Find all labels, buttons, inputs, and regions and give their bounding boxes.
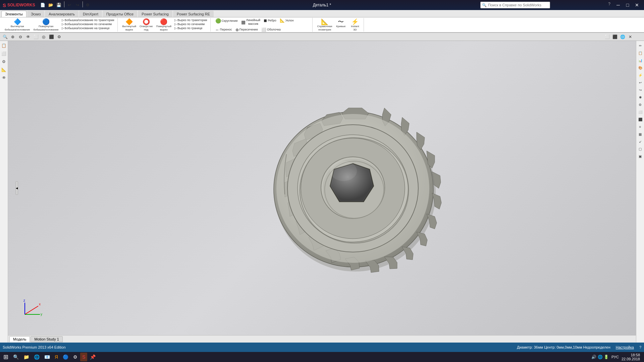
pin-btn[interactable]: 📌 [88, 353, 98, 361]
explorer-btn[interactable]: 📁 [21, 353, 31, 361]
new-file-btn[interactable]: 📄 [39, 1, 47, 9]
revolve-cut-btn[interactable]: 🔴 Повернутыйвырез [155, 18, 173, 32]
motion-study-tab[interactable]: Motion Study 1 [31, 336, 62, 342]
extrude-boss-btn[interactable]: 🔷 Вытянутаябобышка/основание [3, 18, 31, 32]
redo-btn[interactable]: ↪ [74, 1, 81, 9]
hole-wizard-btn[interactable]: ⭕ Отверстиеподкрепеж [138, 18, 154, 33]
loft-cut-icon: ▷ [174, 22, 177, 26]
view-orient-btn[interactable]: 👁 [24, 33, 32, 41]
open-btn[interactable]: 📂 [47, 1, 55, 9]
rs-bolt-icon[interactable]: ⚡ [637, 72, 644, 78]
draft-btn[interactable]: 📐 Уклон [278, 18, 295, 23]
ref-geometry-btn[interactable]: 📐 Справочнаягеометрия [316, 18, 334, 32]
rs-select-icon[interactable]: ✏ [637, 42, 644, 49]
search-taskbar-btn[interactable]: 🔍 [11, 353, 21, 361]
loft-cut-btn[interactable]: ▷ Вырез по сечениям [173, 22, 208, 26]
property-manager-icon[interactable]: ⬜ [1, 50, 7, 57]
tab-dimxpert[interactable]: DimXpert [79, 11, 102, 17]
svg-text:x: x [39, 302, 41, 306]
boundary-boss-icon: ▷ [62, 26, 64, 30]
tab-analyze[interactable]: Анализировать [45, 11, 78, 17]
viewport[interactable]: ◀ [8, 41, 636, 335]
loft-boss-btn[interactable]: ▷ Бобышка/основание по сечениям [61, 22, 115, 26]
mail-btn[interactable]: 📧 [42, 353, 52, 361]
view-settings-btn[interactable]: ⚙ [55, 33, 63, 41]
yandex-btn[interactable]: Я [53, 353, 60, 361]
restore-btn[interactable]: □ [623, 2, 632, 8]
search-area: 🔍 [480, 2, 550, 8]
tab-sketch[interactable]: Эскиз [27, 11, 44, 17]
date-display: 22.09.2018 [622, 357, 640, 361]
rs-clipboard-icon[interactable]: 📋 [637, 50, 644, 56]
draft-icon: 📐 [280, 18, 285, 22]
fillet-btn[interactable]: 🟢 Скругление [214, 18, 239, 24]
curves-icon: 〜 [338, 19, 344, 25]
right-sidebar: ✏ 📋 📊 🎨 ⚡ ↩ ↪ ✱ ⚙ ⬜ ⬛ ≡ ▦ ↙ ▢ ▣ [636, 41, 644, 343]
move-icon: ↔ [215, 28, 219, 32]
start-btn[interactable]: ⊞ [1, 353, 10, 361]
search-input[interactable] [488, 3, 548, 7]
model-tab[interactable]: Модель [9, 336, 30, 342]
display-style-btn[interactable]: ⬜ [32, 33, 40, 41]
sweep-cut-btn[interactable]: ▷ Вырез по траектории [173, 18, 208, 22]
settings-taskbar-icon: ⚙ [73, 354, 77, 360]
zoom-out-btn[interactable]: ⊖ [17, 33, 24, 41]
sidebar-collapse-handle[interactable]: ◀ [15, 181, 18, 195]
zoom-to-fit-btn[interactable]: 🔍 [1, 33, 9, 41]
curves-btn[interactable]: 〜 Кривые [334, 18, 347, 29]
boundary-boss-btn[interactable]: ▷ Бобышка/основание на границе [61, 26, 115, 30]
close-view-btn[interactable]: ✕ [627, 33, 634, 41]
extrude-cut-btn[interactable]: 🔶 Вытянутыйвырез [121, 18, 138, 32]
tab-power-surfacing-re[interactable]: Power Surfacing RE [173, 11, 214, 17]
lang-indicator[interactable]: РУС [611, 355, 619, 359]
rs-lines-icon[interactable]: ≡ [637, 123, 644, 130]
rs-asterisk-icon[interactable]: ✱ [637, 94, 644, 101]
dim-xpert-manager-icon[interactable]: 📐 [1, 66, 7, 73]
revolve-boss-btn[interactable]: 🔵 Повернутаябобышка/основание [32, 18, 60, 32]
undo-btn[interactable]: ↩ [66, 1, 73, 9]
rs-color-icon[interactable]: 🎨 [637, 64, 644, 71]
settings-taskbar-btn[interactable]: ⚙ [71, 353, 79, 361]
boundary-cut-btn[interactable]: ▷ Вырез по границе [173, 26, 208, 30]
linear-pattern-btn[interactable]: ▦ Линейныймассив [240, 18, 262, 26]
feature-manager-icon[interactable]: 📋 [1, 42, 7, 49]
move-btn[interactable]: ↔ Перенос [214, 27, 233, 32]
intersect-btn[interactable]: ⊕ Пересечение [234, 27, 259, 32]
rs-box1-icon[interactable]: ▢ [637, 145, 644, 152]
rs-gear-icon[interactable]: ⚙ [637, 101, 644, 108]
rs-redo-icon[interactable]: ↪ [637, 86, 644, 93]
tab-office[interactable]: Продукты Office [103, 11, 137, 17]
3d-view-btn[interactable]: 🌐 [619, 33, 626, 41]
sw-taskbar-btn[interactable]: S [80, 353, 87, 361]
rib-btn[interactable]: ◼ Ребро [262, 18, 278, 23]
tab-power-surfacing[interactable]: Power Surfacing [138, 11, 172, 17]
rebuild-btn[interactable]: ⚙ [84, 1, 92, 9]
close-btn[interactable]: ✕ [633, 2, 641, 8]
section-view-btn[interactable]: ⬛ [48, 33, 55, 41]
config-manager-icon[interactable]: ⚙ [1, 58, 7, 65]
rs-arrow-icon[interactable]: ↙ [637, 138, 644, 145]
display-manager-icon[interactable]: 👁 [1, 74, 7, 81]
hide-show-btn[interactable]: ◎ [40, 33, 47, 41]
mail-icon: 📧 [44, 354, 50, 360]
rs-undo-icon[interactable]: ↩ [637, 79, 644, 86]
rs-box2-icon[interactable]: ▣ [637, 153, 644, 160]
rs-square-icon[interactable]: ⬜ [637, 109, 644, 115]
settings-link[interactable]: Настройка [616, 345, 634, 349]
help-icon[interactable]: ? [608, 2, 610, 8]
browser-btn[interactable]: 🌐 [32, 353, 42, 361]
shell-btn[interactable]: ⬜ Оболочка [260, 27, 282, 32]
tab-elements[interactable]: Элементы [1, 11, 26, 17]
split-view-btn[interactable]: ⬛ [611, 33, 619, 41]
minimize-btn[interactable]: ─ [614, 2, 623, 8]
instant3d-btn[interactable]: ⚡ Instant3D [348, 18, 362, 32]
chrome-btn[interactable]: 🔵 [61, 353, 70, 361]
save-btn[interactable]: 💾 [55, 1, 63, 9]
rs-chart-icon[interactable]: 📊 [637, 57, 644, 64]
zoom-in-btn[interactable]: ⊕ [9, 33, 16, 41]
rs-grid-icon[interactable]: ▦ [637, 131, 644, 137]
help-link[interactable]: ? [639, 345, 641, 349]
window-layout-btn[interactable]: ⬜ [603, 33, 611, 41]
rs-blacksquare-icon[interactable]: ⬛ [637, 116, 644, 123]
sweep-boss-btn[interactable]: ▷ Бобышка/основание по траектории [61, 18, 115, 22]
